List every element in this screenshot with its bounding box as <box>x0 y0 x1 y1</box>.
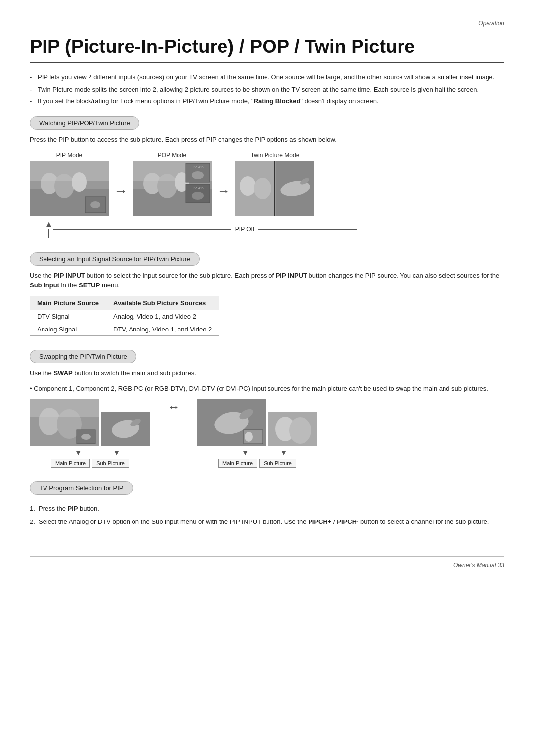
arrow-pip-to-pop: → <box>114 169 128 199</box>
pip-off-cycle: ▲ PIP Off <box>44 220 504 238</box>
section-swapping: Swapping the PIP/Twin Picture Use the SW… <box>30 350 504 468</box>
svg-point-33 <box>81 434 91 440</box>
svg-point-44 <box>289 417 311 444</box>
pip-mode-svg <box>30 161 109 216</box>
swap-group-right: ▼ ▼ Main Picture Sub Picture <box>197 399 317 468</box>
table-cell-analog-sources: DTV, Analog, Video 1, and Video 2 <box>106 323 219 336</box>
pip-off-arrow-up: ▲ <box>44 220 53 238</box>
swap-images-left <box>30 399 150 448</box>
pip-mode-image <box>30 161 109 216</box>
swap-down-arrows-right: ▼ ▼ <box>227 449 287 457</box>
step-2: 2. Select the Analog or DTV option on th… <box>30 517 504 527</box>
section-watching-header: Watching PIP/POP/Twin Picture <box>30 116 139 130</box>
table-cell-dtv-signal: DTV Signal <box>30 310 106 323</box>
pop-mode-block: POP Mode TV 4:6 TV 4:6 <box>133 152 212 216</box>
swap-main-label-left: Main Picture <box>51 459 90 468</box>
swap-sub-left <box>101 412 150 448</box>
svg-point-16 <box>192 171 204 179</box>
pip-mode-label: PIP Mode <box>56 152 82 159</box>
swap-labels-right: Main Picture Sub Picture <box>218 459 296 468</box>
twin-mode-label: Twin Picture Mode <box>251 152 300 159</box>
swapping-para1: Use the SWAP button to switch the main a… <box>30 368 504 378</box>
section-selecting-header: Selecting an Input Signal Source for PIP… <box>30 252 200 266</box>
section-tv-program-header: TV Program Selection for PIP <box>30 481 133 495</box>
section-selecting: Selecting an Input Signal Source for PIP… <box>30 252 504 336</box>
footer-text: Owner's Manual 33 <box>453 562 504 568</box>
section-swapping-header: Swapping the PIP/Twin Picture <box>30 350 136 363</box>
pip-off-right-line <box>258 229 357 230</box>
swapping-para2: • Component 1, Component 2, RGB-PC (or R… <box>30 384 504 394</box>
table-row: Analog Signal DTV, Analog, Video 1, and … <box>30 323 219 336</box>
footer: Owner's Manual 33 <box>30 556 504 568</box>
pip-mode-diagram: PIP Mode → POP Mode <box>30 152 504 216</box>
arrow-pop-to-twin: → <box>217 169 230 199</box>
watching-para: Press the PIP button to access the sub p… <box>30 135 504 144</box>
svg-point-22 <box>240 176 256 196</box>
svg-point-41 <box>245 432 253 442</box>
svg-text:TV 4:6: TV 4:6 <box>192 186 204 190</box>
svg-text:TV 4:6: TV 4:6 <box>192 165 204 169</box>
swap-main-left-svg <box>30 399 99 446</box>
pip-mode-block: PIP Mode <box>30 152 109 216</box>
swap-diagram-row: ▼ ▼ Main Picture Sub Picture ↔ <box>30 399 504 468</box>
intro-bullet-2: Twin Picture mode splits the screen into… <box>30 85 504 94</box>
step-1: 1. Press the PIP button. <box>30 504 504 514</box>
swap-arrow-icon: ↔ <box>165 399 182 434</box>
swap-sub-right-svg <box>268 412 317 446</box>
twin-mode-block: Twin Picture Mode <box>235 152 314 216</box>
section-tv-program: TV Program Selection for PIP 1. Press th… <box>30 481 504 526</box>
swap-down-arrows-left: ▼ ▼ <box>60 449 120 457</box>
table-row: DTV Signal Analog, Video 1, and Video 2 <box>30 310 219 323</box>
operation-label: Operation <box>30 20 504 27</box>
table-cell-analog-signal: Analog Signal <box>30 323 106 336</box>
pop-mode-image: TV 4:6 TV 4:6 <box>133 161 212 216</box>
pop-mode-svg: TV 4:6 TV 4:6 <box>133 161 212 216</box>
twin-mode-svg <box>235 161 314 216</box>
table-cell-dtv-sources: Analog, Video 1, and Video 2 <box>106 310 219 323</box>
intro-bullet-3: If you set the block/rating for Lock men… <box>30 96 504 106</box>
swap-images-right <box>197 399 317 448</box>
table-col1-header: Main Picture Source <box>30 296 106 310</box>
intro-bullets: PIP lets you view 2 different inputs (so… <box>30 72 504 106</box>
page-title: PIP (Picture-In-Picture) / POP / Twin Pi… <box>30 36 504 63</box>
table-col2-header: Available Sub Picture Sources <box>106 296 219 310</box>
svg-point-23 <box>254 178 271 199</box>
svg-rect-31 <box>30 399 99 417</box>
pop-mode-label: POP Mode <box>158 152 186 159</box>
swap-sub-left-svg <box>101 412 150 446</box>
section-watching: Watching PIP/POP/Twin Picture Press the … <box>30 116 504 239</box>
swap-group-left: ▼ ▼ Main Picture Sub Picture <box>30 399 150 468</box>
swap-sub-label-left: Sub Picture <box>92 459 129 468</box>
swap-main-right-svg <box>197 399 266 446</box>
tv-program-steps: 1. Press the PIP button. 2. Select the A… <box>30 504 504 526</box>
selecting-para: Use the PIP INPUT button to select the i… <box>30 271 504 290</box>
swap-main-left <box>30 399 99 448</box>
pip-off-label: PIP Off <box>235 226 254 233</box>
swap-sub-right <box>268 412 317 448</box>
twin-mode-image <box>235 161 314 216</box>
svg-rect-5 <box>30 161 109 181</box>
top-divider <box>30 30 504 30</box>
svg-point-7 <box>90 201 100 208</box>
pip-source-table: Main Picture Source Available Sub Pictur… <box>30 296 219 336</box>
intro-bullet-1: PIP lets you view 2 different inputs (so… <box>30 72 504 82</box>
swap-main-right <box>197 399 266 448</box>
swap-sub-label-right: Sub Picture <box>259 459 296 468</box>
svg-point-19 <box>192 192 204 200</box>
pip-off-bottom-line <box>53 229 231 230</box>
swap-main-label-right: Main Picture <box>218 459 257 468</box>
swap-labels-left: Main Picture Sub Picture <box>51 459 129 468</box>
